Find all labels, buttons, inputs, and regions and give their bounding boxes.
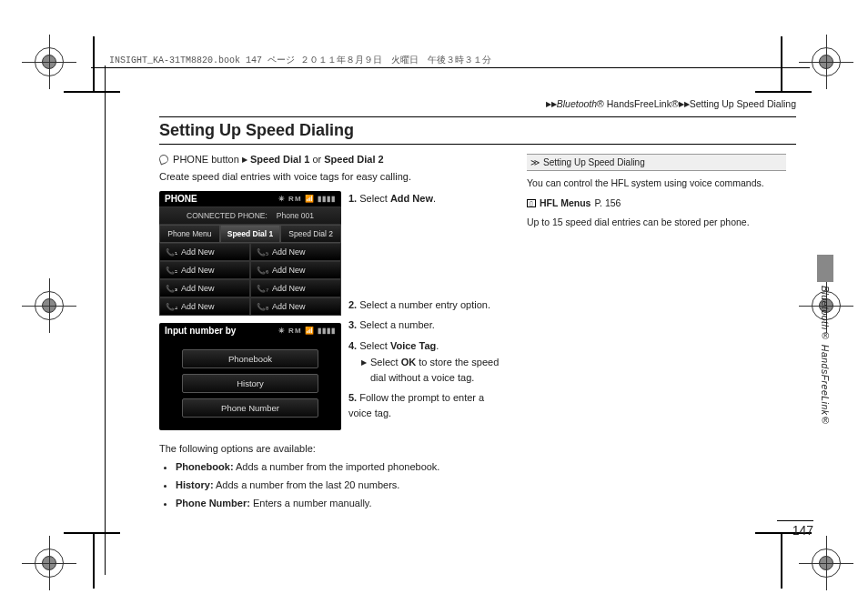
phone-icon: 📞₇ [257,285,268,293]
speed-dial-slot[interactable]: 📞₃Add New [159,279,250,297]
slot-label: Add New [181,284,215,293]
breadcrumb-seg1-italic: Bluetooth [557,98,597,109]
sidebar-heading: ≫ Setting Up Speed Dialing [527,154,786,171]
tab-phone-menu[interactable]: Phone Menu [159,225,220,243]
step-2: 2. Select a number entry option. [348,297,505,313]
step-text: Follow the prompt to enter a voice tag. [348,392,484,418]
option-text: Adds a number from the last 20 numbers. [214,479,400,490]
section-side-tab: Bluetooth® HandsFreeLink® [817,255,833,427]
nav-or: or [312,154,321,165]
breadcrumb-seg1-rest: ® HandsFreeLink® [597,98,679,109]
option-text: Enters a number manually. [250,498,372,508]
ref-page: P. 156 [594,197,621,208]
step-1: 1. Select Add New. [348,191,505,206]
tab-speed-dial-2[interactable]: Speed Dial 2 [280,225,341,243]
step-number: 4. [348,340,357,351]
option-bold: Phonebook: [176,461,234,472]
intro-text: Create speed dial entries with voice tag… [159,170,505,184]
crop-mark-icon [812,47,841,76]
step-bold: Voice Tag [390,340,436,351]
slot-label: Add New [272,284,306,293]
option-history[interactable]: History [182,374,318,393]
side-tab-italic: Bluetooth [820,286,831,330]
step-text: Select [359,193,390,204]
option-bold: History: [176,479,214,490]
option-text: Adds a number from the imported phoneboo… [234,461,440,472]
sidebar-ref: ▯ HFL Menus P. 156 [527,197,786,208]
phone-icon: 📞₆ [257,267,268,275]
step-number: 1. [348,193,357,204]
step-number: 2. [348,299,357,310]
ref-title: HFL Menus [540,197,590,208]
slot-label: Add New [181,266,215,275]
crop-mark-icon [35,291,64,320]
step-number: 5. [348,392,357,403]
option-item: Phonebook: Adds a number from the import… [176,459,505,476]
step-5: 5. Follow the prompt to enter a voice ta… [348,390,505,420]
speed-dial-slot[interactable]: 📞₄Add New [159,297,250,316]
speed-dial-slot[interactable]: 📞₇Add New [250,279,341,297]
step-text: Select [359,340,390,351]
speed-dial-slot[interactable]: 📞₅Add New [250,243,341,261]
page-body: ▶▶Bluetooth® HandsFreeLink®▶▶Setting Up … [159,98,796,513]
speed-dial-slot[interactable]: 📞₂Add New [159,261,250,279]
slot-label: Add New [272,302,306,311]
frame-line [105,65,106,575]
main-column: PHONE button ▶ Speed Dial 1 or Speed Dia… [159,154,505,513]
triangle-icon: ▶ [242,156,247,164]
breadcrumb: ▶▶Bluetooth® HandsFreeLink®▶▶Setting Up … [159,98,796,109]
option-item: History: Adds a number from the last 20 … [176,478,505,494]
step-4: 4. Select Voice Tag. ▶ Select OK to stor… [348,338,505,386]
phone-screen-2: Input number by ✳ RM 📶 ▮▮▮▮ Phonebook Hi… [159,323,341,430]
phone-icon: 📞₁ [166,248,177,257]
page-number-rule [777,520,813,521]
nav-button: PHONE button [173,154,239,165]
option-phonebook[interactable]: Phonebook [182,349,318,368]
breadcrumb-seg2: Setting Up Speed Dialing [690,98,796,109]
side-tab-rest: ® HandsFreeLink® [820,330,831,427]
step-4-sub: ▶ Select OK to store the speed dial with… [348,355,505,385]
triangle-icon: ▶ [361,357,367,368]
step-text: . [433,193,436,204]
slot-label: Add New [272,266,306,275]
phone-icon: 📞₃ [166,285,177,293]
option-item: Phone Number: Enters a number manually. [176,496,505,512]
phone-screen-1: PHONE ✳ RM 📶 ▮▮▮▮ CONNECTED PHONE: Phone… [159,191,341,316]
phone-icon: 📞₈ [257,303,268,311]
frame-line [91,67,810,68]
sub-bold: OK [401,357,417,367]
frame-line [64,91,120,93]
sub-text: Select [370,357,401,367]
screen1-title: PHONE [165,194,197,204]
rule [159,144,796,145]
step-list: 1. Select Add New. 2. Select a number en… [348,191,505,438]
slot-label: Add New [272,247,306,257]
page-number: 147 [777,520,813,538]
speed-dial-slot[interactable]: 📞₆Add New [250,261,341,279]
page-title: Setting Up Speed Dialing [159,121,796,140]
option-phone-number[interactable]: Phone Number [182,398,318,418]
options-intro: The following options are available: [159,443,505,454]
crop-mark-icon [812,549,841,578]
frame-line [93,36,95,93]
step-3: 3. Select a number. [348,317,505,333]
phone-icon: 📞₅ [257,248,268,257]
sidebar-p2: Up to 15 speed dial entries can be store… [527,216,786,229]
page-number-value: 147 [792,523,813,538]
phone-icon: 📞₂ [166,267,177,275]
triangle-icon: ▶▶ [546,100,557,108]
crop-mark-icon [35,47,64,76]
step-bold: Add New [390,193,433,204]
sidebar-head-text: Setting Up Speed Dialing [543,157,645,167]
connected-label: CONNECTED PHONE: [187,211,267,220]
file-meta-header: INSIGHT_KA-31TM8820.book 147 ページ ２０１１年８月… [109,54,491,66]
side-tab-block-icon [817,255,833,282]
step-number: 3. [348,319,357,330]
speed-dial-slot[interactable]: 📞₈Add New [250,297,341,316]
frame-line [755,91,812,93]
speed-dial-slot[interactable]: 📞₁Add New [159,243,250,261]
step-text: Select a number. [359,319,435,330]
nav-path: PHONE button ▶ Speed Dial 1 or Speed Dia… [159,154,505,165]
talk-icon [158,154,170,166]
tab-speed-dial-1[interactable]: Speed Dial 1 [220,225,281,243]
